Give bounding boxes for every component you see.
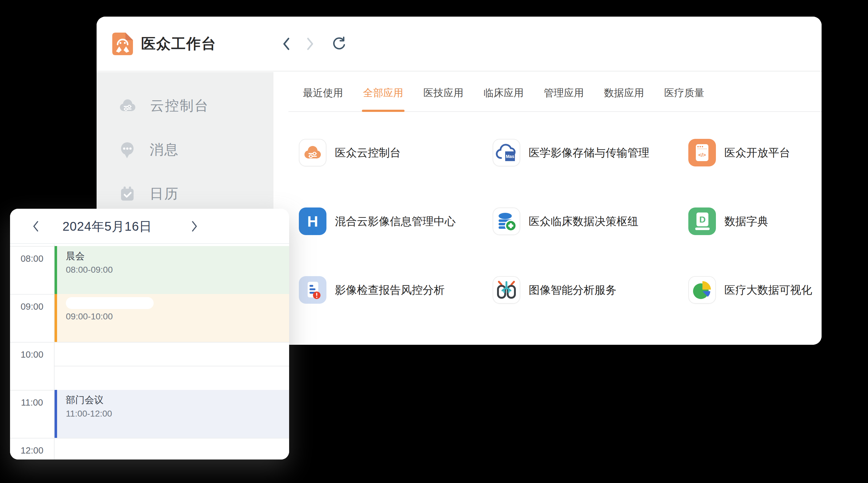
event-time: 08:00-09:00 (66, 265, 289, 275)
time-label: 09:00 (10, 301, 54, 312)
app-label: 医众开放平台 (724, 146, 790, 160)
svg-text:D: D (699, 215, 706, 224)
apps-grid: 医众云控制台 Mas 医学影像存储与传输管理 (299, 130, 815, 336)
tab-all-apps[interactable]: 全部应用 (363, 86, 403, 101)
tab-bar: 最近使用 全部应用 医技应用 临床应用 管理应用 数据应用 医疗质量 (288, 72, 822, 112)
tab-label: 管理应用 (544, 87, 584, 98)
calendar-event-morning-meeting[interactable]: 晨会 08:00-09:00 (55, 246, 289, 294)
image-ai-analysis-icon (493, 276, 520, 304)
app-report-risk-analysis[interactable]: 影像检查报告风控分析 (299, 276, 493, 304)
desktop-background: 医众工作台 (0, 0, 868, 483)
tab-data-apps[interactable]: 数据应用 (604, 86, 644, 101)
calendar-header: 2024年5月16日 (10, 209, 289, 244)
hour-line (10, 438, 289, 439)
app-logo-icon (112, 33, 133, 55)
svg-text:</>: </> (699, 152, 706, 158)
sidebar-item-cloud-console[interactable]: 云控制台 (119, 97, 209, 115)
open-platform-icon: </> (688, 139, 716, 166)
nav-controls (282, 17, 364, 71)
app-clinical-data-hub[interactable]: 医众临床数据决策枢纽 (493, 207, 688, 235)
app-label: 混合云影像信息管理中心 (335, 214, 456, 229)
app-label: 图像智能分析服务 (529, 283, 617, 297)
data-dictionary-icon: D (688, 207, 716, 235)
app-label: 医众云控制台 (335, 146, 401, 160)
calendar-prev-day-icon[interactable] (33, 221, 39, 232)
calendar-check-icon (119, 185, 136, 202)
calendar-date: 2024年5月16日 (57, 209, 157, 244)
tab-quality[interactable]: 医疗质量 (664, 86, 704, 101)
time-label: 12:00 (10, 445, 54, 456)
calendar-day-view: 08:00 09:00 10:00 11:00 12:00 晨会 08:00-0… (10, 245, 289, 459)
clinical-data-hub-icon (493, 207, 520, 235)
forward-icon[interactable] (306, 37, 314, 51)
main-content: 最近使用 全部应用 医技应用 临床应用 管理应用 数据应用 医疗质量 (274, 72, 822, 345)
time-label: 10:00 (10, 350, 54, 360)
hour-line (10, 342, 289, 343)
app-label: 数据字典 (724, 214, 768, 229)
app-open-platform[interactable]: </> 医众开放平台 (688, 139, 815, 166)
event-title-redacted-pill (66, 297, 154, 309)
app-cloud-console[interactable]: 医众云控制台 (299, 139, 493, 166)
time-label: 11:00 (10, 397, 54, 408)
calendar-next-day-icon[interactable] (191, 221, 197, 232)
sidebar-item-label: 消息 (150, 140, 179, 159)
app-label: 医学影像存储与传输管理 (529, 146, 649, 160)
app-image-ai-analysis[interactable]: 图像智能分析服务 (493, 276, 688, 304)
app-medical-image-storage[interactable]: Mas 医学影像存储与传输管理 (493, 139, 688, 166)
time-label: 08:00 (10, 254, 54, 264)
app-label: 影像检查报告风控分析 (335, 283, 445, 297)
tab-label: 临床应用 (484, 87, 524, 98)
svg-text:Mas: Mas (506, 154, 514, 159)
app-label: 医众临床数据决策枢纽 (529, 214, 639, 229)
app-label: 医疗大数据可视化 (724, 283, 812, 297)
half-hour-line (55, 366, 289, 366)
window-header: 医众工作台 (97, 17, 822, 71)
tab-label: 全部应用 (363, 87, 403, 98)
app-data-dictionary[interactable]: D 数据字典 (688, 207, 815, 235)
app-bigdata-visualization[interactable]: 医疗大数据可视化 (688, 276, 815, 304)
report-risk-analysis-icon (299, 276, 327, 304)
sidebar-item-messages[interactable]: 消息 (119, 141, 179, 158)
app-title: 医众工作台 (141, 34, 216, 54)
medical-image-storage-icon: Mas (493, 139, 520, 166)
back-icon[interactable] (282, 37, 290, 51)
tab-label: 最近使用 (303, 87, 343, 98)
refresh-icon[interactable] (331, 36, 346, 52)
event-time: 09:00-10:00 (66, 312, 289, 322)
h-glyph: H (307, 213, 318, 230)
event-title: 晨会 (66, 250, 289, 263)
tab-admin-apps[interactable]: 管理应用 (544, 86, 584, 101)
calendar-event-redacted[interactable]: 09:00-10:00 (55, 294, 289, 342)
event-title: 部门会议 (66, 394, 289, 407)
tab-medtech-apps[interactable]: 医技应用 (423, 86, 463, 101)
cloud-console-icon (299, 139, 327, 166)
event-time: 11:00-12:00 (66, 409, 289, 419)
sidebar-item-label: 云控制台 (150, 97, 209, 115)
hybrid-cloud-imaging-icon: H (299, 207, 327, 235)
calendar-panel: 2024年5月16日 08:00 09:00 10:00 11:00 12:00 (10, 209, 289, 459)
app-hybrid-cloud-imaging[interactable]: H 混合云影像信息管理中心 (299, 207, 493, 235)
tab-clinical-apps[interactable]: 临床应用 (484, 86, 524, 101)
message-bubble-icon (119, 140, 136, 159)
calendar-event-department-meeting[interactable]: 部门会议 11:00-12:00 (55, 390, 289, 438)
tab-recent[interactable]: 最近使用 (303, 86, 343, 101)
sidebar-item-label: 日历 (150, 185, 179, 203)
cloud-settings-icon (119, 97, 137, 115)
tab-label: 医技应用 (423, 87, 463, 98)
tab-label: 医疗质量 (664, 87, 704, 98)
tab-label: 数据应用 (604, 87, 644, 98)
sidebar-item-calendar[interactable]: 日历 (119, 185, 179, 202)
medical-bigdata-visualization-icon (688, 276, 716, 304)
